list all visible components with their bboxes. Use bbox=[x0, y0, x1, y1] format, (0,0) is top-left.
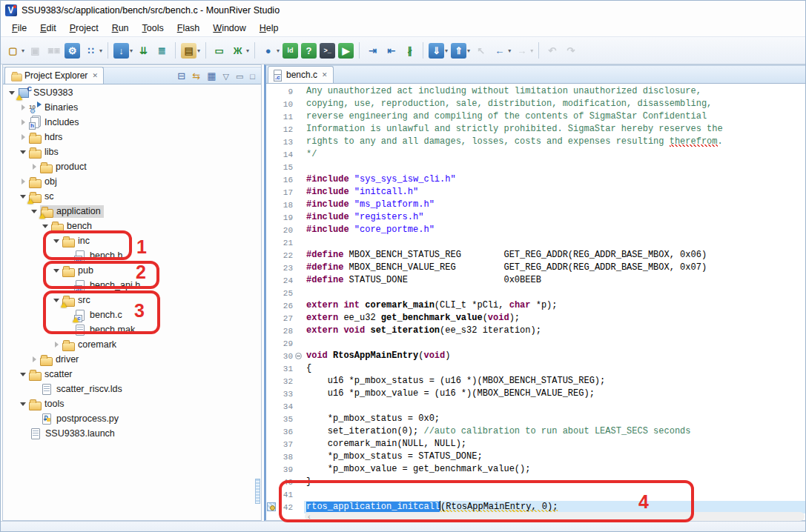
dropdown-arrow-icon[interactable]: ▾ bbox=[197, 47, 200, 54]
toolbar-back-button[interactable]: ←▾ bbox=[491, 42, 512, 59]
code-text[interactable]: set_iteration(0); //auto calibration to … bbox=[304, 425, 806, 438]
code-text[interactable]: *p_mbox_status = 0x0; bbox=[304, 413, 806, 425]
collapse-fold-icon[interactable] bbox=[295, 353, 302, 359]
code-line-35[interactable]: 35 *p_mbox_status = 0x0; bbox=[266, 413, 806, 425]
code-line-30[interactable]: 30void RtosAppMainEntry(void) bbox=[266, 350, 806, 362]
chevron-right-icon[interactable] bbox=[19, 177, 27, 186]
code-line-19[interactable]: 19#include "registers.h" bbox=[266, 211, 806, 224]
chevron-down-icon[interactable] bbox=[19, 399, 27, 408]
chevron-right-icon[interactable] bbox=[19, 133, 27, 142]
toolbar-serial-monitor-button[interactable]: ▭ bbox=[211, 42, 228, 59]
code-line-29[interactable]: 29 bbox=[266, 337, 806, 350]
code-line-24[interactable]: 24#define STATUS_DONE 0x0BEEB bbox=[266, 274, 806, 287]
tree-item-ssu9383[interactable]: CSSU9383 bbox=[3, 85, 261, 100]
code-line-15[interactable]: 15 bbox=[266, 161, 806, 173]
code-text[interactable]: *p_mbox_value = get_benchmark_value(); bbox=[304, 463, 806, 476]
code-line-16[interactable]: 16#include "sys_sys_isw_cli.h" bbox=[266, 173, 806, 186]
code-text[interactable]: #include "registers.h" bbox=[304, 211, 806, 224]
chevron-right-icon[interactable] bbox=[52, 340, 61, 349]
tree-item-includes[interactable]: hIncludes bbox=[3, 115, 261, 130]
tree-item-bench[interactable]: bench bbox=[3, 219, 261, 233]
toolbar-quick-help-button[interactable]: ? bbox=[300, 42, 317, 59]
tree-item-application[interactable]: application bbox=[3, 204, 261, 219]
dropdown-arrow-icon[interactable]: ▾ bbox=[508, 47, 511, 54]
code-line-23[interactable]: 23#define MBOX_BENCH_VALUE_REG GET_REG_A… bbox=[266, 262, 806, 274]
tree-item-hdrs[interactable]: hdrs bbox=[3, 130, 261, 144]
code-line-36[interactable]: 36 set_iteration(0); //auto calibration … bbox=[266, 425, 806, 438]
chevron-right-icon[interactable] bbox=[30, 162, 39, 171]
toolbar-new-wizard-button[interactable]: ▢▾ bbox=[4, 42, 25, 59]
code-line-37[interactable]: 37 coremark_main(NULL, NULL); bbox=[266, 438, 806, 450]
tree-item-coremark[interactable]: coremark bbox=[3, 337, 261, 352]
toolbar-export-target-button[interactable]: ⇑▾ bbox=[450, 42, 471, 59]
code-line-32[interactable]: 32 u16 *p_mbox_status = (u16 *)(MBOX_BEN… bbox=[266, 375, 806, 388]
code-text[interactable]: #define MBOX_BENCH_VALUE_REG GET_REG_ADD… bbox=[304, 262, 806, 274]
chevron-down-icon[interactable] bbox=[30, 207, 39, 216]
code-line-31[interactable]: 31{ bbox=[266, 362, 806, 375]
code-line-21[interactable]: 21 bbox=[266, 236, 806, 249]
code-line-40[interactable]: 40} bbox=[266, 476, 806, 488]
chevron-right-icon[interactable] bbox=[19, 103, 27, 112]
chevron-down-icon[interactable] bbox=[41, 222, 50, 230]
code-line-25[interactable]: 25 bbox=[266, 287, 806, 299]
toolbar-memory-layers-button[interactable]: ≣ bbox=[153, 42, 171, 59]
code-line-20[interactable]: 20#include "core_portme.h" bbox=[266, 224, 806, 236]
code-text[interactable]: u16 *p_mbox_status = (u16 *)(MBOX_BENCH_… bbox=[304, 375, 806, 388]
code-text[interactable]: extern void set_iteration(ee_s32 iterati… bbox=[304, 325, 806, 337]
code-line-39[interactable]: 39 *p_mbox_value = get_benchmark_value()… bbox=[266, 463, 806, 476]
menu-flash[interactable]: Flash bbox=[171, 21, 207, 35]
code-text[interactable]: extern ee_u32 get_benchmark_value(void); bbox=[304, 312, 806, 325]
toolbar-shift-right-button[interactable]: ⇥ bbox=[364, 42, 381, 59]
tree-item-sc[interactable]: sc bbox=[3, 189, 261, 204]
tree-item-postprocess.py[interactable]: ₽postprocess.py bbox=[3, 411, 261, 426]
code-line-11[interactable]: 11reverse engineering and compiling of t… bbox=[266, 110, 806, 123]
tree-item-binaries[interactable]: 10⚙Binaries bbox=[3, 100, 261, 115]
dropdown-arrow-icon[interactable]: ▾ bbox=[277, 47, 280, 54]
minimize-icon[interactable]: ▭ bbox=[236, 71, 243, 82]
code-text[interactable]: */ bbox=[304, 148, 806, 161]
code-line-34[interactable]: 34 bbox=[266, 400, 806, 413]
code-line-13[interactable]: 13rights to any and all damages, losses,… bbox=[266, 136, 806, 148]
code-text[interactable]: extern int coremark_main(CLI_t *pCli, ch… bbox=[304, 299, 806, 312]
tree-item-obj[interactable]: obj bbox=[3, 174, 261, 189]
toolbar-run-button[interactable]: ●▾ bbox=[260, 42, 280, 59]
tree-item-libs[interactable]: libs bbox=[3, 144, 261, 159]
toolbar-debug-button[interactable]: Ж▾ bbox=[229, 42, 250, 59]
code-text[interactable]: u16 *p_mbox_value = (u16 *)(MBOX_BENCH_V… bbox=[304, 388, 806, 400]
code-line-14[interactable]: 14*/ bbox=[266, 148, 806, 161]
tab-bench-c[interactable]: .c bench.c ✕ bbox=[268, 66, 334, 83]
code-text[interactable]: #include "initcall.h" bbox=[304, 186, 806, 199]
link-with-editor-icon[interactable]: ⇆ bbox=[192, 71, 200, 82]
tree-item-scatter[interactable]: scatter bbox=[3, 367, 261, 382]
toolbar-erase-chip-button[interactable]: ▤▾ bbox=[180, 42, 201, 59]
code-line-41[interactable]: 41 bbox=[266, 488, 806, 501]
code-text[interactable]: copying, use, reproduction, sale, distri… bbox=[304, 98, 806, 110]
chevron-down-icon[interactable] bbox=[7, 88, 16, 97]
code-line-17[interactable]: 17#include "initcall.h" bbox=[266, 186, 806, 199]
dropdown-arrow-icon[interactable]: ▾ bbox=[530, 47, 533, 54]
dropdown-arrow-icon[interactable]: ▾ bbox=[246, 47, 249, 54]
tree-item-product[interactable]: product bbox=[3, 159, 261, 174]
tree-item-bench.h[interactable]: .hbench.h bbox=[3, 248, 261, 263]
chevron-down-icon[interactable] bbox=[52, 236, 61, 245]
code-area[interactable]: 9Any unauthorized act including without … bbox=[266, 85, 806, 520]
code-text[interactable]: reverse engineering and compiling of the… bbox=[304, 110, 806, 123]
chevron-down-icon[interactable] bbox=[19, 370, 27, 379]
explorer-tab-close-icon[interactable]: ✕ bbox=[92, 72, 98, 79]
toolbar-terminal-button[interactable]: >_ bbox=[319, 42, 336, 59]
code-text[interactable] bbox=[304, 400, 806, 413]
toolbar-import-target-button[interactable]: ⇓▾ bbox=[428, 42, 449, 59]
code-text[interactable]: *p_mbox_status = STATUS_DONE; bbox=[304, 450, 806, 463]
chevron-down-icon[interactable] bbox=[19, 147, 27, 156]
chevron-down-icon[interactable] bbox=[19, 192, 27, 201]
toolbar-shift-left-button[interactable]: ⇤ bbox=[383, 42, 400, 59]
code-line-28[interactable]: 28extern void set_iteration(ee_s32 itera… bbox=[266, 325, 806, 337]
chevron-down-icon[interactable] bbox=[52, 296, 61, 305]
code-text[interactable]: } bbox=[304, 476, 806, 488]
code-line-27[interactable]: 27extern ee_u32 get_benchmark_value(void… bbox=[266, 312, 806, 325]
dropdown-arrow-icon[interactable]: ▾ bbox=[445, 47, 448, 54]
menu-edit[interactable]: Edit bbox=[33, 21, 63, 35]
menu-project[interactable]: Project bbox=[63, 21, 105, 35]
tree-item-src[interactable]: src bbox=[3, 293, 261, 307]
dropdown-arrow-icon[interactable]: ▾ bbox=[22, 47, 24, 54]
